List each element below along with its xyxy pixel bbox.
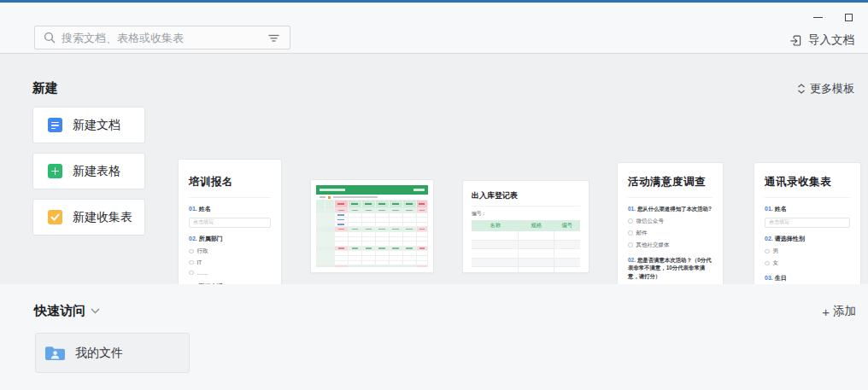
minimize-icon	[813, 17, 823, 18]
window-controls	[810, 9, 856, 25]
new-document-button[interactable]: 新建文档	[32, 107, 145, 143]
my-files-item[interactable]: 我的文件	[35, 333, 190, 373]
template-preview	[310, 179, 434, 273]
radio-option: 男	[765, 247, 850, 255]
schedule-spreadsheet-preview	[316, 185, 428, 267]
quick-access-section: 快速访问 + 添加 我的文件	[0, 284, 868, 390]
template-preview: 培训报名 01.姓名 点击填写 02.所属部门 行政 IT …… 03.联系电话	[178, 159, 282, 288]
topbar: 导入文档	[0, 3, 868, 54]
new-section-title: 新建	[32, 80, 58, 96]
search-box[interactable]	[34, 26, 290, 49]
import-document-button[interactable]: 导入文档	[789, 32, 854, 48]
template-preview: 出入库登记表 编号： 名称 规格 编号	[462, 180, 589, 273]
radio-option: 行政	[189, 247, 271, 255]
new-sheet-button[interactable]: 新建表格	[32, 153, 145, 189]
template-preview: 活动满意度调查 01.您从什么渠道得知了本次活动? 微信公众号 邮件 其他社交媒…	[617, 162, 724, 291]
document-icon	[48, 118, 62, 132]
import-icon	[789, 34, 802, 47]
search-icon	[44, 32, 56, 44]
folder-user-icon	[44, 345, 66, 362]
plus-icon: +	[822, 306, 830, 318]
filter-icon[interactable]	[266, 30, 281, 45]
quick-access-title: 快速访问	[34, 303, 85, 319]
template-preview: 通讯录收集表 01.姓名 点击填写 02.请选择性别 男 女 03.生日 点击填…	[754, 162, 861, 290]
new-collect-form-button[interactable]: 新建收集表	[32, 199, 145, 236]
preview-input: 点击填写	[765, 218, 850, 228]
maximize-button[interactable]	[841, 9, 856, 25]
quick-access-toggle[interactable]: 快速访问	[34, 303, 100, 319]
expand-updown-icon	[797, 84, 806, 94]
my-files-label: 我的文件	[75, 346, 123, 361]
preview-input: 点击填写	[189, 218, 271, 228]
app-window: 导入文档 新建 更多模板 新建文档 新建表格 新建收集表	[0, 0, 868, 390]
radio-option: IT	[189, 259, 271, 265]
add-quick-access-button[interactable]: + 添加	[822, 304, 856, 319]
minimize-button[interactable]	[810, 9, 825, 25]
radio-option: 微信公众号	[628, 218, 713, 225]
checkmark-form-icon	[48, 210, 62, 224]
spreadsheet-plus-icon	[48, 164, 62, 178]
new-section: 新建 更多模板 新建文档 新建表格 新建收集表 培训报名	[0, 54, 868, 284]
chevron-down-icon	[91, 308, 100, 314]
search-input[interactable]	[62, 32, 266, 44]
radio-option: 其他社交媒体	[628, 242, 713, 249]
more-templates-button[interactable]: 更多模板	[797, 81, 854, 96]
radio-option: 女	[765, 259, 850, 267]
preview-table-header: 名称 规格 编号	[472, 220, 580, 231]
maximize-icon	[845, 14, 853, 21]
radio-option: 邮件	[628, 230, 713, 237]
import-label: 导入文档	[808, 32, 854, 48]
radio-option: ……	[189, 270, 271, 276]
